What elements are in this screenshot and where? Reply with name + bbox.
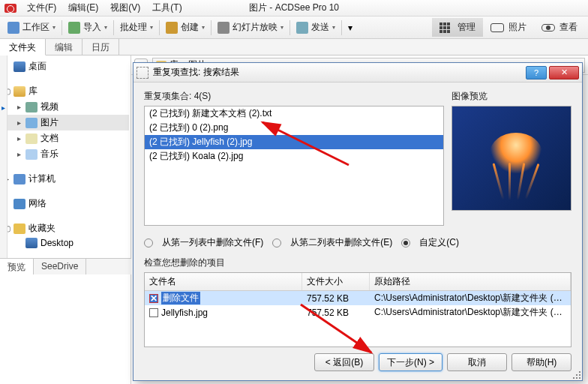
favorites-icon (14, 224, 26, 234)
window-title: 图片 - ACDSee Pro 10 (249, 2, 339, 14)
video-icon (26, 102, 38, 112)
tree-music[interactable]: ▸音乐 (2, 146, 129, 162)
radio-custom[interactable] (401, 238, 410, 248)
network-icon (14, 199, 26, 209)
menu-bar: 文件(F) 编辑(E) 视图(V) 工具(T) 图片 - ACDSee Pro … (0, 0, 588, 16)
col-filename[interactable]: 文件名 (145, 273, 302, 290)
slideshow-button[interactable]: 幻灯片放映▾ (213, 20, 288, 35)
dialog-help-button[interactable]: 帮助(H) (512, 353, 572, 371)
radio-delete-first[interactable] (144, 238, 153, 248)
grid-icon (440, 22, 453, 33)
tree-favorites[interactable]: ▢收藏夹 (2, 220, 129, 236)
dialog-button-row: < 返回(B) 下一步(N) > 取消 帮助(H) (314, 353, 572, 371)
folder-tree-panel: 桌面 ▢库 ▸视频 ▸图片 ▸文档 ▸音乐 ▸计算机 网络 ▢收藏夹 Deskt… (0, 56, 131, 384)
table-row[interactable]: Jellyfish.jpg 757.52 KB C:\Users\Adminis… (145, 305, 571, 320)
resize-handle[interactable] (572, 370, 580, 379)
manage-view-button[interactable]: 管理 (432, 18, 483, 37)
tab-seedrive[interactable]: SeeDrive (34, 259, 86, 274)
table-row[interactable]: ✕删除文件 757.52 KB C:\Users\Administrator\D… (145, 291, 571, 305)
duplicate-list[interactable]: (2 已找到) 新建文本文档 (2).txt (2 已找到) 0 (2).png… (144, 106, 444, 226)
tree-desktop[interactable]: 桌面 (2, 58, 129, 74)
col-path[interactable]: 原始路径 (370, 273, 571, 290)
list-item[interactable]: (2 已找到) Jellyfish (2).jpg (145, 135, 443, 149)
duplicate-finder-dialog: 重复项查找: 搜索结果 ? ✕ 重复项集合: 4(S) (2 已找到) 新建文本… (133, 62, 583, 381)
radio-delete-second[interactable] (272, 238, 281, 248)
delete-option-radios: 从第一列表中删除文件(F) 从第二列表中删除文件(E) 自定义(C) (144, 236, 572, 249)
dialog-icon (136, 67, 148, 79)
bottom-tabs: 预览 SeeDrive (0, 258, 131, 274)
tree-pictures[interactable]: ▸图片 (2, 115, 129, 130)
workspace-button[interactable]: 工作区▾ (3, 20, 60, 35)
tree-documents[interactable]: ▸文档 (2, 130, 129, 146)
tab-folders[interactable]: 文件夹 (0, 39, 46, 56)
view-view-button[interactable]: 查看 (534, 18, 585, 37)
cancel-button[interactable]: 取消 (447, 353, 507, 371)
tree-fav-desktop[interactable]: Desktop (2, 236, 129, 250)
tree-network[interactable]: 网络 (2, 196, 129, 212)
check-items-label: 检查您想删除的项目 (144, 256, 572, 269)
list-item[interactable]: (2 已找到) 新建文本文档 (2).txt (145, 106, 443, 121)
tab-calendar[interactable]: 日历 (82, 39, 119, 55)
tree-videos[interactable]: ▸视频 (2, 99, 129, 115)
image-preview (452, 106, 572, 211)
dialog-title: 重复项查找: 搜索结果 (153, 66, 239, 79)
tab-preview[interactable]: 预览 (0, 259, 34, 274)
batch-button[interactable]: 批处理▾ (116, 20, 158, 35)
next-button[interactable]: 下一步(N) > (379, 353, 442, 371)
list-item[interactable]: (2 已找到) 0 (2).png (145, 121, 443, 135)
table-header: 文件名 文件大小 原始路径 (145, 273, 571, 291)
camera-icon (490, 23, 504, 32)
menu-tools[interactable]: 工具(T) (146, 0, 188, 16)
desktop-icon (26, 238, 38, 248)
picture-icon (26, 118, 38, 128)
tree-libraries[interactable]: ▢库 (2, 83, 129, 99)
list-item[interactable]: (2 已找到) Koala (2).jpg (145, 149, 443, 164)
preview-label: 图像预览 (452, 90, 572, 103)
document-icon (26, 134, 38, 144)
current-indicator-icon: ▸ (2, 104, 6, 108)
import-button[interactable]: 导入▾ (64, 20, 112, 35)
dialog-titlebar: 重复项查找: 搜索结果 ? ✕ (134, 63, 582, 82)
duplicate-set-label: 重复项集合: 4(S) (144, 90, 444, 103)
computer-icon (14, 174, 26, 184)
menu-view[interactable]: 视图(V) (104, 0, 146, 16)
back-button[interactable]: < 返回(B) (314, 353, 374, 371)
col-filesize[interactable]: 文件大小 (302, 273, 370, 290)
left-strip: ▸ (0, 56, 8, 266)
help-button[interactable]: ? (526, 66, 547, 80)
tab-edit[interactable]: 编辑 (46, 39, 82, 55)
delete-checkbox[interactable] (149, 308, 158, 317)
delete-checkbox[interactable]: ✕ (149, 294, 158, 303)
library-icon (14, 86, 26, 97)
menu-edit[interactable]: 编辑(E) (62, 0, 104, 16)
main-toolbar: 工作区▾ 导入▾ 批处理▾ 创建▾ 幻灯片放映▾ 发送▾ ▾ 管理 照片 查看 (0, 16, 588, 39)
send-button[interactable]: 发送▾ (292, 20, 340, 35)
photo-view-button[interactable]: 照片 (483, 18, 534, 37)
delete-items-table: 文件名 文件大小 原始路径 ✕删除文件 757.52 KB C:\Users\A… (144, 272, 572, 347)
menu-file[interactable]: 文件(F) (21, 0, 62, 16)
sidebar-tabs: 文件夹 编辑 日历 (0, 39, 588, 56)
eye-icon (542, 24, 555, 32)
create-button[interactable]: 创建▾ (161, 20, 209, 35)
tree-computer[interactable]: ▸计算机 (2, 171, 129, 187)
app-icon (4, 4, 16, 13)
close-button[interactable]: ✕ (549, 66, 579, 80)
desktop-icon (14, 62, 26, 72)
music-icon (26, 149, 38, 160)
